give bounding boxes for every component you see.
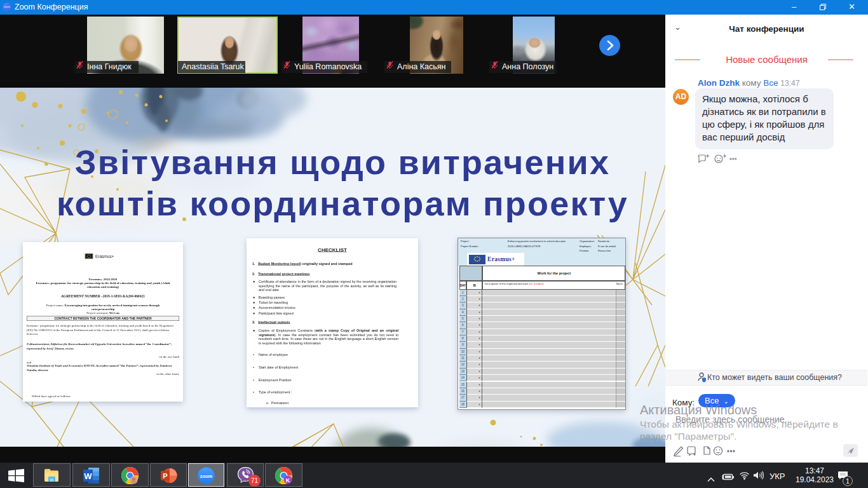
svg-text:P: P <box>163 472 167 480</box>
svg-text:zoom: zoom <box>200 473 213 479</box>
svg-text:W: W <box>84 471 92 481</box>
svg-text:K: K <box>286 477 290 484</box>
